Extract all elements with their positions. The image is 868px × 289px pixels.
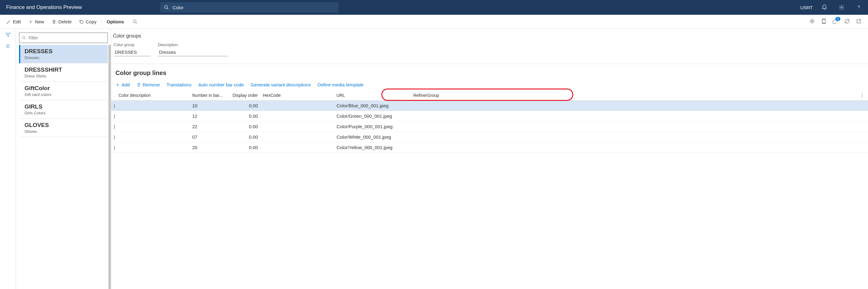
command-bar-right: 0 <box>809 18 866 25</box>
refresh-button[interactable] <box>844 18 850 25</box>
edit-button[interactable]: Edit <box>2 17 25 26</box>
gear-icon <box>839 4 845 10</box>
list-item[interactable]: GIRLSGirls Colors <box>19 100 108 119</box>
delete-button[interactable]: Delete <box>48 17 75 26</box>
command-search-icon[interactable] <box>133 19 137 24</box>
pencil-icon <box>6 19 11 24</box>
svg-point-0 <box>164 5 167 8</box>
add-line-button[interactable]: Add <box>116 82 130 87</box>
edit-label: Edit <box>13 19 21 24</box>
cell-number[interactable]: 07 <box>190 134 230 140</box>
svg-point-2 <box>841 7 842 8</box>
cell-number[interactable]: 10 <box>190 103 230 108</box>
trash-icon <box>136 83 141 87</box>
auto-barcode-button[interactable]: Auto number bar code <box>198 82 244 87</box>
diamond-icon <box>809 18 815 24</box>
color-group-value[interactable]: DRESSES <box>114 48 150 56</box>
list-item-desc: Gift card colors <box>25 92 103 97</box>
col-header-hexcode[interactable]: HexCode <box>260 93 334 98</box>
search-icon <box>22 36 26 40</box>
cell-display-order[interactable]: 0.00 <box>230 134 260 140</box>
notifications-button[interactable] <box>819 2 830 13</box>
translations-button[interactable]: Translations <box>167 82 192 87</box>
remove-label: Remove <box>143 82 160 87</box>
grid-more-button[interactable]: ⋮ <box>454 93 868 98</box>
list-item[interactable]: GLOVESGloves <box>19 119 108 137</box>
settings-button[interactable] <box>836 2 847 13</box>
svg-rect-3 <box>81 21 83 23</box>
cell-url[interactable]: Color/Yellow_000_001.jpeg <box>334 145 411 150</box>
row-marker[interactable]: ) <box>111 124 116 129</box>
filter-box[interactable] <box>19 33 108 43</box>
grid-row[interactable]: )120.00Color/Green_000_001.jpeg <box>111 111 868 121</box>
cell-number[interactable]: 12 <box>190 113 230 119</box>
office-button[interactable] <box>821 18 827 25</box>
cell-number[interactable]: 22 <box>190 124 230 129</box>
related-info-button[interactable] <box>5 44 11 50</box>
add-label: Add <box>122 82 130 87</box>
list-item[interactable]: GiftColorGift card colors <box>19 82 108 100</box>
grid-marker-header: . <box>111 93 116 98</box>
list-item-code: GiftColor <box>25 85 103 92</box>
row-marker[interactable]: ) <box>111 103 116 108</box>
color-group-field: Color group DRESSES <box>114 42 150 56</box>
col-header-display-order[interactable]: Display order <box>230 93 260 98</box>
grid-row[interactable]: )100.00Color/Blue_000_001.jpeg <box>111 100 868 111</box>
personalize-button[interactable] <box>809 18 815 25</box>
plus-icon <box>116 83 120 87</box>
row-marker[interactable]: ) <box>111 145 116 150</box>
top-nav-bar: Finance and Operations Preview Color USR… <box>0 0 868 15</box>
generate-variants-button[interactable]: Generate variant descriptions <box>251 82 311 87</box>
command-bar: Edit New Delete Copy Options 0 <box>0 15 868 29</box>
fasttab-title[interactable]: Color group lines <box>111 64 868 82</box>
grid-row[interactable]: )220.00Color/Purple_000_001.jpeg <box>111 121 868 132</box>
popout-button[interactable] <box>856 18 862 25</box>
cell-display-order[interactable]: 0.00 <box>230 113 260 119</box>
help-button[interactable] <box>853 2 864 13</box>
col-header-description[interactable]: Color description <box>116 93 190 98</box>
filter-pane-button[interactable] <box>5 32 11 38</box>
cell-url[interactable]: Color/Green_000_001.jpeg <box>334 113 411 119</box>
list-item-desc: Girls Colors <box>25 111 103 115</box>
section-title: Color groups <box>113 33 868 39</box>
options-button[interactable]: Options <box>101 17 128 26</box>
copy-button[interactable]: Copy <box>75 17 100 26</box>
cell-display-order[interactable]: 0.00 <box>230 145 260 150</box>
list-scrollbar[interactable] <box>108 45 111 289</box>
options-label: Options <box>106 19 124 24</box>
cell-url[interactable]: Color/Purple_000_001.jpeg <box>334 124 411 129</box>
remove-line-button[interactable]: Remove <box>136 82 160 87</box>
filter-input[interactable] <box>29 35 105 40</box>
svg-line-7 <box>25 38 26 40</box>
col-header-refinergroup[interactable]: RefinerGroup <box>411 93 454 98</box>
grid-header-row: . Color description Number in bar... Dis… <box>111 90 868 100</box>
color-group-lines-fasttab: Color group lines Add Remove Translation… <box>111 64 868 153</box>
cell-number[interactable]: 20 <box>190 145 230 150</box>
delete-label: Delete <box>58 19 71 24</box>
list-item-desc: Dress Shirts <box>25 74 103 78</box>
col-header-number[interactable]: Number in bar... <box>190 93 230 98</box>
cell-display-order[interactable]: 0.00 <box>230 103 260 108</box>
cell-url[interactable]: Color/Blue_000_001.jpeg <box>334 103 411 108</box>
global-search[interactable]: Color <box>160 2 338 12</box>
grid-row[interactable]: )200.00Color/Yellow_000_001.jpeg <box>111 142 868 153</box>
copy-label: Copy <box>86 19 96 24</box>
row-marker[interactable]: ) <box>111 134 116 140</box>
cell-display-order[interactable]: 0.00 <box>230 124 260 129</box>
svg-line-5 <box>136 23 137 24</box>
attachments-button[interactable]: 0 <box>832 18 839 25</box>
description-value[interactable]: Dresses <box>158 48 228 56</box>
user-label[interactable]: USRT <box>800 5 813 10</box>
description-field: Description Dresses <box>158 42 228 56</box>
new-button[interactable]: New <box>25 17 48 26</box>
row-marker[interactable]: ) <box>111 113 116 119</box>
svg-line-1 <box>167 8 168 9</box>
define-media-button[interactable]: Define media template <box>317 82 364 87</box>
col-header-url[interactable]: URL <box>334 93 411 98</box>
list-item[interactable]: DRESSSHIRTDress Shirts <box>19 63 108 82</box>
list-item[interactable]: DRESSESDresses <box>19 45 108 63</box>
svg-point-6 <box>23 36 25 39</box>
grid-row[interactable]: )070.00Color/White_000_001.jpeg <box>111 132 868 142</box>
grid-toolbar: Add Remove Translations Auto number bar … <box>111 82 868 90</box>
cell-url[interactable]: Color/White_000_001.jpeg <box>334 134 411 140</box>
